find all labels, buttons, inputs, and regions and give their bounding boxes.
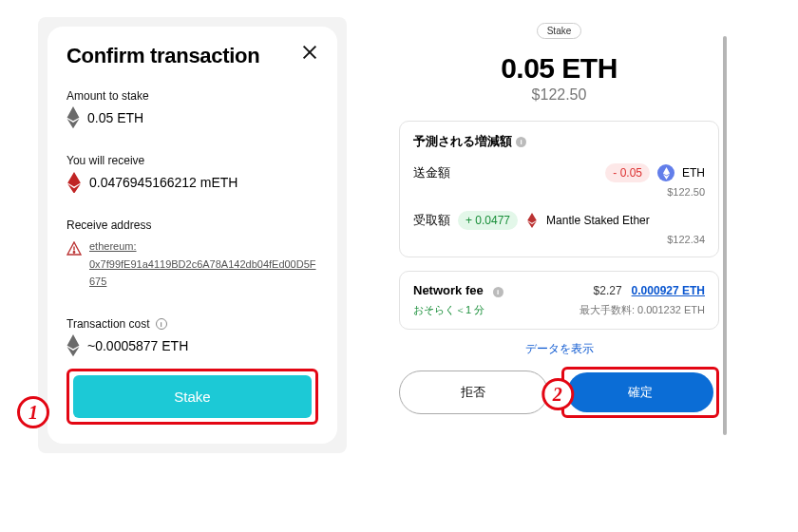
send-label: 送金額 [413,164,450,181]
recv-label: 受取額 [413,212,450,229]
fee-eth-link[interactable]: 0.000927 ETH [632,284,705,297]
confirm-button-highlight: 確定 [561,367,720,418]
show-data-link[interactable]: データを表示 [399,341,719,357]
panel-title: Confirm transaction [66,44,259,68]
changes-title: 予測される増減額 [413,133,512,150]
mantle-icon [525,213,539,228]
info-icon[interactable]: i [156,318,167,330]
receive-address: ethereum: 0x7f99fE91a4119BD2c6A78A142db0… [89,238,318,291]
you-will-receive-label: You will receive [66,154,318,167]
close-icon[interactable] [301,44,318,61]
send-asset: ETH [682,166,705,180]
annotation-step-1: 1 [17,396,49,428]
info-icon[interactable]: i [493,287,504,297]
fee-usd: $2.27 [594,284,622,297]
fee-time: おそらく＜1 分 [413,303,484,317]
svg-point-0 [73,252,74,253]
receive-value: 0.0476945166212 mETH [89,175,238,190]
transaction-cost-label: Transaction cost i [66,317,318,331]
address-value: 0x7f99fE91a4119BD2c6A78A142db04fEd00D5F6… [89,256,318,291]
confirm-transaction-panel: Confirm transaction Amount to stake 0.05… [38,17,347,453]
amount-value: 0.05 ETH [87,110,143,125]
info-icon[interactable]: i [516,137,526,147]
cost-value: ~0.0005877 ETH [87,338,188,353]
receive-address-label: Receive address [66,218,318,232]
confirm-button[interactable]: 確定 [567,372,714,412]
predicted-changes-box: 予測される増減額 i 送金額 - 0.05 ETH $122.50 受取額 + … [399,121,719,257]
stake-button[interactable]: Stake [73,375,312,418]
main-usd: $122.50 [399,86,719,104]
fee-label: Network fee [413,283,484,297]
meth-icon [66,173,82,192]
warning-icon [66,241,82,256]
send-delta: - 0.05 [605,163,650,182]
main-amount: 0.05 ETH [399,52,719,85]
ethereum-icon [66,108,80,127]
send-usd: $122.50 [413,186,705,198]
amount-to-stake-label: Amount to stake [66,89,318,103]
recv-asset: Mantle Staked Ether [546,214,650,227]
confirm-transaction-inner: Confirm transaction Amount to stake 0.05… [48,27,337,444]
scrollbar[interactable] [723,36,727,435]
address-prefix: ethereum: [89,238,318,256]
action-tag: Stake [537,23,582,39]
eth-coin-icon [657,164,674,181]
network-fee-box: Network fee i $2.27 0.000927 ETH おそらく＜1 … [399,271,719,330]
stake-button-highlight: Stake [66,369,318,425]
recv-usd: $122.34 [413,234,705,245]
ethereum-icon [66,336,80,355]
annotation-step-2: 2 [542,378,574,410]
wallet-confirm-panel: Stake 0.05 ETH $122.50 予測される増減額 i 送金額 - … [399,17,727,453]
reject-button[interactable]: 拒否 [399,370,548,414]
fee-max: 最大手数料: 0.001232 ETH [580,303,705,317]
recv-delta: + 0.0477 [458,211,518,230]
